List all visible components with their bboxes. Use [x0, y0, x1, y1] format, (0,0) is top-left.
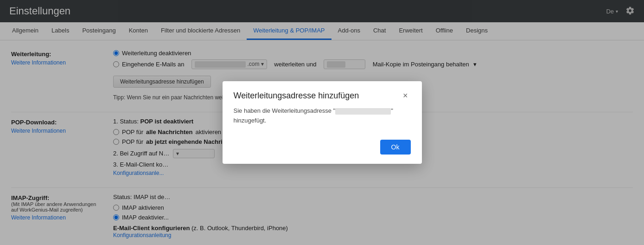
modal-header: Weiterleitungsadresse hinzufügen ×: [223, 81, 422, 106]
modal-ok-button[interactable]: Ok: [380, 140, 411, 155]
modal-title: Weiterleitungsadresse hinzufügen: [234, 91, 359, 101]
modal-overlay: Weiterleitungsadresse hinzufügen × Sie h…: [0, 0, 644, 245]
modal-footer: Ok: [223, 135, 422, 164]
modal-dialog: Weiterleitungsadresse hinzufügen × Sie h…: [223, 81, 422, 164]
modal-close-button[interactable]: ×: [400, 90, 411, 101]
modal-email-blurred: [335, 108, 391, 115]
modal-body: Sie haben die Weiterleitungsadresse "" h…: [223, 106, 422, 135]
